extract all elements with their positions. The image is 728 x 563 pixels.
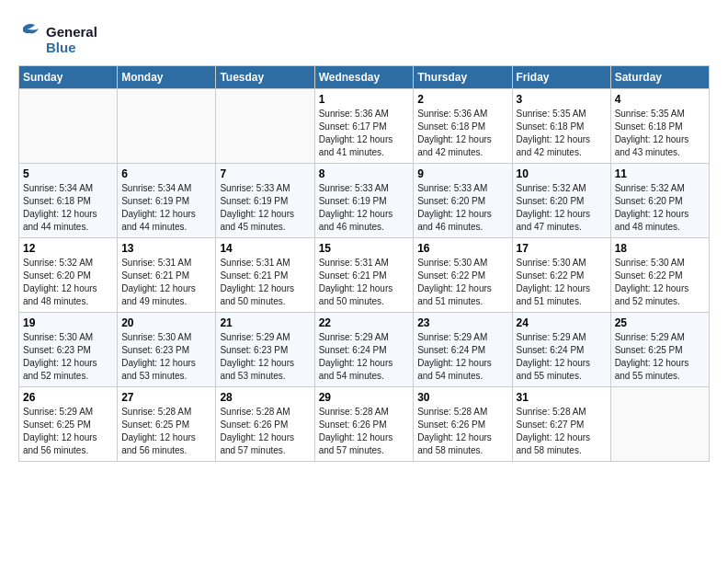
- weekday-header: Saturday: [610, 66, 709, 89]
- day-number: 31: [517, 391, 607, 404]
- calendar-cell: 8Sunrise: 5:33 AM Sunset: 6:19 PM Daylig…: [314, 164, 414, 238]
- calendar-cell: 23Sunrise: 5:29 AM Sunset: 6:24 PM Dayli…: [414, 313, 512, 387]
- day-info: Sunrise: 5:28 AM Sunset: 6:26 PM Dayligh…: [319, 406, 410, 457]
- day-number: 2: [417, 93, 507, 106]
- calendar-cell: 10Sunrise: 5:32 AM Sunset: 6:20 PM Dayli…: [512, 164, 610, 238]
- day-info: Sunrise: 5:32 AM Sunset: 6:20 PM Dayligh…: [23, 257, 113, 308]
- logo-svg: General Blue: [18, 18, 119, 60]
- calendar-cell: 5Sunrise: 5:34 AM Sunset: 6:18 PM Daylig…: [19, 164, 118, 238]
- day-info: Sunrise: 5:28 AM Sunset: 6:26 PM Dayligh…: [417, 406, 507, 457]
- day-number: 24: [517, 316, 607, 329]
- calendar-cell: 18Sunrise: 5:30 AM Sunset: 6:22 PM Dayli…: [610, 238, 709, 313]
- day-info: Sunrise: 5:30 AM Sunset: 6:23 PM Dayligh…: [121, 331, 211, 383]
- calendar-cell: 26Sunrise: 5:29 AM Sunset: 6:25 PM Dayli…: [19, 387, 118, 462]
- calendar-cell: [19, 89, 118, 164]
- calendar-cell: 31Sunrise: 5:28 AM Sunset: 6:27 PM Dayli…: [512, 387, 610, 462]
- weekday-header: Monday: [118, 66, 216, 89]
- day-info: Sunrise: 5:33 AM Sunset: 6:19 PM Dayligh…: [220, 182, 310, 234]
- day-info: Sunrise: 5:32 AM Sunset: 6:20 PM Dayligh…: [615, 182, 705, 234]
- calendar-cell: 14Sunrise: 5:31 AM Sunset: 6:21 PM Dayli…: [216, 238, 314, 313]
- day-info: Sunrise: 5:30 AM Sunset: 6:22 PM Dayligh…: [517, 257, 607, 308]
- svg-text:Blue: Blue: [46, 40, 76, 55]
- day-number: 16: [417, 242, 507, 255]
- day-number: 26: [23, 391, 113, 404]
- day-info: Sunrise: 5:31 AM Sunset: 6:21 PM Dayligh…: [220, 257, 310, 308]
- day-number: 8: [319, 167, 410, 180]
- calendar-cell: 17Sunrise: 5:30 AM Sunset: 6:22 PM Dayli…: [512, 238, 610, 313]
- day-info: Sunrise: 5:29 AM Sunset: 6:25 PM Dayligh…: [23, 406, 113, 457]
- day-number: 21: [220, 316, 310, 329]
- day-number: 1: [319, 93, 410, 106]
- day-number: 18: [615, 242, 705, 255]
- weekday-header: Sunday: [19, 66, 118, 89]
- calendar-cell: 19Sunrise: 5:30 AM Sunset: 6:23 PM Dayli…: [19, 313, 118, 387]
- calendar-cell: 25Sunrise: 5:29 AM Sunset: 6:25 PM Dayli…: [610, 313, 709, 387]
- calendar-cell: 3Sunrise: 5:35 AM Sunset: 6:18 PM Daylig…: [512, 89, 610, 164]
- day-number: 17: [517, 242, 607, 255]
- page-header: General Blue: [18, 18, 710, 60]
- day-number: 12: [23, 242, 113, 255]
- day-info: Sunrise: 5:29 AM Sunset: 6:23 PM Dayligh…: [220, 331, 310, 383]
- day-info: Sunrise: 5:34 AM Sunset: 6:19 PM Dayligh…: [121, 182, 211, 234]
- weekday-header: Tuesday: [216, 66, 314, 89]
- calendar-week-row: 12Sunrise: 5:32 AM Sunset: 6:20 PM Dayli…: [19, 238, 710, 313]
- day-info: Sunrise: 5:35 AM Sunset: 6:18 PM Dayligh…: [517, 108, 607, 159]
- calendar-cell: 6Sunrise: 5:34 AM Sunset: 6:19 PM Daylig…: [118, 164, 216, 238]
- weekday-header-row: SundayMondayTuesdayWednesdayThursdayFrid…: [19, 66, 710, 89]
- calendar-week-row: 19Sunrise: 5:30 AM Sunset: 6:23 PM Dayli…: [19, 313, 710, 387]
- day-number: 27: [121, 391, 211, 404]
- day-info: Sunrise: 5:33 AM Sunset: 6:20 PM Dayligh…: [417, 182, 507, 234]
- day-number: 13: [121, 242, 211, 255]
- day-number: 10: [517, 167, 607, 180]
- day-number: 28: [220, 391, 310, 404]
- calendar-cell: 9Sunrise: 5:33 AM Sunset: 6:20 PM Daylig…: [414, 164, 512, 238]
- day-number: 29: [319, 391, 410, 404]
- day-info: Sunrise: 5:30 AM Sunset: 6:23 PM Dayligh…: [23, 331, 113, 383]
- calendar-cell: 21Sunrise: 5:29 AM Sunset: 6:23 PM Dayli…: [216, 313, 314, 387]
- calendar-week-row: 26Sunrise: 5:29 AM Sunset: 6:25 PM Dayli…: [19, 387, 710, 462]
- weekday-header: Friday: [512, 66, 610, 89]
- calendar-cell: 22Sunrise: 5:29 AM Sunset: 6:24 PM Dayli…: [314, 313, 414, 387]
- day-number: 30: [417, 391, 507, 404]
- calendar-cell: 4Sunrise: 5:35 AM Sunset: 6:18 PM Daylig…: [610, 89, 709, 164]
- calendar-table: SundayMondayTuesdayWednesdayThursdayFrid…: [18, 65, 710, 462]
- calendar-cell: 2Sunrise: 5:36 AM Sunset: 6:18 PM Daylig…: [414, 89, 512, 164]
- calendar-cell: [118, 89, 216, 164]
- day-info: Sunrise: 5:32 AM Sunset: 6:20 PM Dayligh…: [517, 182, 607, 234]
- calendar-cell: 11Sunrise: 5:32 AM Sunset: 6:20 PM Dayli…: [610, 164, 709, 238]
- calendar-cell: 1Sunrise: 5:36 AM Sunset: 6:17 PM Daylig…: [314, 89, 414, 164]
- day-number: 23: [417, 316, 507, 329]
- day-number: 7: [220, 167, 310, 180]
- calendar-cell: 28Sunrise: 5:28 AM Sunset: 6:26 PM Dayli…: [216, 387, 314, 462]
- calendar-week-row: 1Sunrise: 5:36 AM Sunset: 6:17 PM Daylig…: [19, 89, 710, 164]
- day-info: Sunrise: 5:28 AM Sunset: 6:25 PM Dayligh…: [121, 406, 211, 457]
- calendar-week-row: 5Sunrise: 5:34 AM Sunset: 6:18 PM Daylig…: [19, 164, 710, 238]
- calendar-cell: 30Sunrise: 5:28 AM Sunset: 6:26 PM Dayli…: [414, 387, 512, 462]
- calendar-cell: 16Sunrise: 5:30 AM Sunset: 6:22 PM Dayli…: [414, 238, 512, 313]
- day-number: 11: [615, 167, 705, 180]
- calendar-cell: 20Sunrise: 5:30 AM Sunset: 6:23 PM Dayli…: [118, 313, 216, 387]
- day-info: Sunrise: 5:28 AM Sunset: 6:27 PM Dayligh…: [517, 406, 607, 457]
- day-info: Sunrise: 5:33 AM Sunset: 6:19 PM Dayligh…: [319, 182, 410, 234]
- calendar-cell: 7Sunrise: 5:33 AM Sunset: 6:19 PM Daylig…: [216, 164, 314, 238]
- day-info: Sunrise: 5:29 AM Sunset: 6:25 PM Dayligh…: [615, 331, 705, 383]
- day-number: 14: [220, 242, 310, 255]
- day-info: Sunrise: 5:30 AM Sunset: 6:22 PM Dayligh…: [417, 257, 507, 308]
- logo-container: General Blue: [18, 18, 119, 60]
- day-info: Sunrise: 5:29 AM Sunset: 6:24 PM Dayligh…: [319, 331, 410, 383]
- day-info: Sunrise: 5:34 AM Sunset: 6:18 PM Dayligh…: [23, 182, 113, 234]
- day-number: 3: [517, 93, 607, 106]
- svg-text:General: General: [46, 24, 97, 40]
- day-info: Sunrise: 5:35 AM Sunset: 6:18 PM Dayligh…: [615, 108, 705, 159]
- day-info: Sunrise: 5:31 AM Sunset: 6:21 PM Dayligh…: [319, 257, 410, 308]
- calendar-cell: 24Sunrise: 5:29 AM Sunset: 6:24 PM Dayli…: [512, 313, 610, 387]
- calendar-cell: [610, 387, 709, 462]
- day-info: Sunrise: 5:28 AM Sunset: 6:26 PM Dayligh…: [220, 406, 310, 457]
- logo: General Blue: [18, 18, 119, 60]
- day-number: 19: [23, 316, 113, 329]
- day-number: 25: [615, 316, 705, 329]
- day-number: 6: [121, 167, 211, 180]
- day-number: 4: [615, 93, 705, 106]
- calendar-cell: 27Sunrise: 5:28 AM Sunset: 6:25 PM Dayli…: [118, 387, 216, 462]
- day-info: Sunrise: 5:31 AM Sunset: 6:21 PM Dayligh…: [121, 257, 211, 308]
